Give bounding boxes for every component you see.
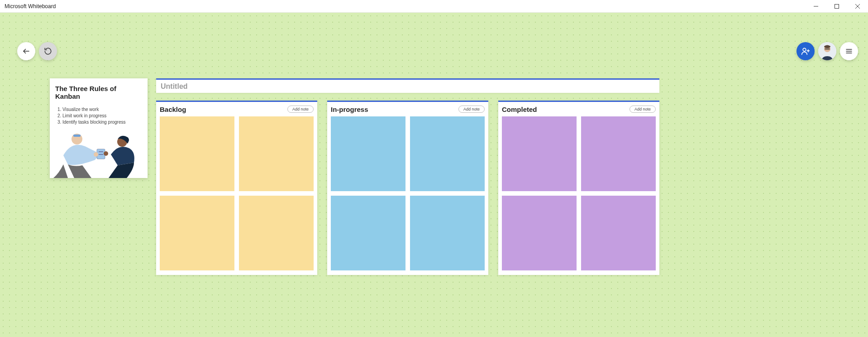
hamburger-icon (845, 48, 853, 55)
sticky-note[interactable] (581, 116, 656, 191)
maximize-button[interactable] (826, 0, 847, 13)
back-button[interactable] (17, 42, 35, 60)
sticky-note[interactable] (239, 116, 314, 191)
board-title: Untitled (161, 82, 188, 91)
sticky-note[interactable] (502, 116, 577, 191)
column-title: Backlog (160, 106, 186, 113)
add-note-button[interactable]: Add note (458, 106, 485, 113)
add-note-button[interactable]: Add note (630, 106, 656, 113)
user-avatar-button[interactable] (818, 42, 836, 60)
svg-rect-1 (835, 4, 839, 8)
column-header: Completed Add note (502, 104, 656, 115)
window-controls (806, 0, 868, 13)
info-card-illustration (50, 124, 148, 178)
column-header: Backlog Add note (160, 104, 314, 115)
info-card-rule: Visualize the work (62, 106, 142, 113)
close-icon (855, 4, 860, 9)
notes-grid (502, 116, 656, 270)
sticky-note[interactable] (331, 196, 405, 270)
column-title: Completed (502, 106, 537, 113)
sticky-note[interactable] (239, 196, 314, 270)
undo-button[interactable] (39, 42, 57, 60)
user-avatar (818, 42, 836, 60)
svg-point-5 (803, 48, 806, 51)
sticky-note[interactable] (581, 196, 656, 270)
undo-icon (44, 47, 52, 55)
notes-grid (331, 116, 485, 270)
invite-button[interactable] (796, 42, 815, 60)
back-arrow-icon (22, 47, 30, 55)
minimize-icon (814, 4, 818, 9)
sticky-note[interactable] (502, 196, 577, 270)
column-header: In-progress Add note (331, 104, 485, 115)
svg-point-21 (104, 151, 108, 156)
sticky-note[interactable] (331, 116, 405, 191)
menu-button[interactable] (840, 42, 858, 60)
column-completed[interactable]: Completed Add note (498, 101, 659, 275)
window-titlebar: Microsoft Whiteboard (0, 0, 868, 13)
info-card-rule-list: Visualize the work Limit work in progres… (55, 106, 142, 125)
minimize-button[interactable] (806, 0, 826, 13)
info-card-heading: The Three Rules of Kanban (55, 85, 142, 100)
person-add-icon (801, 47, 810, 56)
sticky-note[interactable] (160, 116, 234, 191)
sticky-note[interactable] (410, 196, 485, 270)
maximize-icon (835, 4, 839, 9)
notes-grid (160, 116, 314, 270)
whiteboard-canvas[interactable]: The Three Rules of Kanban Visualize the … (0, 13, 868, 337)
column-backlog[interactable]: Backlog Add note (156, 101, 317, 275)
svg-rect-10 (825, 48, 830, 50)
kanban-rules-card[interactable]: The Three Rules of Kanban Visualize the … (50, 78, 148, 178)
app-title: Microsoft Whiteboard (5, 3, 56, 10)
info-card-rule: Limit work in progress (62, 113, 142, 119)
column-in-progress[interactable]: In-progress Add note (327, 101, 488, 275)
column-title: In-progress (331, 106, 368, 113)
svg-point-20 (94, 152, 98, 157)
board-title-strip[interactable]: Untitled (156, 78, 659, 93)
add-note-button[interactable]: Add note (287, 106, 314, 113)
sticky-note[interactable] (160, 196, 234, 270)
kanban-board: Backlog Add note In-progress Add note (156, 101, 659, 275)
svg-rect-15 (73, 135, 81, 137)
sticky-note[interactable] (410, 116, 485, 191)
close-button[interactable] (847, 0, 868, 13)
